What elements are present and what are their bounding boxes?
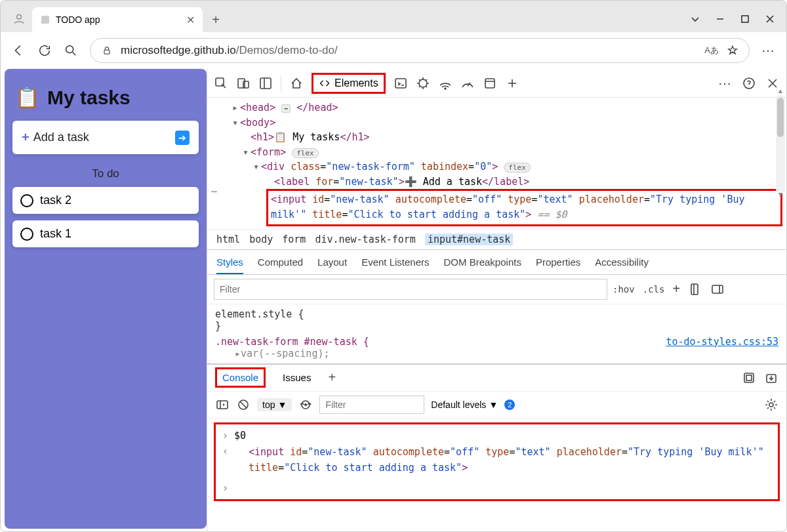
performance-icon[interactable] [460, 76, 475, 91]
task-item[interactable]: task 1 [12, 220, 199, 247]
selected-dom-node[interactable]: <input id="new-task" autocomplete="off" … [266, 189, 782, 226]
tab-favicon-icon [40, 14, 50, 25]
new-tab-button[interactable]: + [203, 7, 229, 32]
devtools-toolbar: Elements ⋯ [207, 69, 786, 98]
svg-point-3 [66, 46, 73, 53]
tab-elements[interactable]: Elements [312, 73, 386, 94]
svg-point-11 [445, 88, 446, 89]
devtools-pane: Elements ⋯ ⋯ ▸<head> ⋯ </head> ▾<body> <… [207, 69, 786, 532]
tab-accessibility[interactable]: Accessibility [595, 256, 649, 268]
console-tab-icon[interactable] [394, 76, 408, 91]
tab-close-icon[interactable]: ✕ [186, 14, 195, 26]
computed-toggle-icon[interactable] [688, 282, 702, 297]
add-task-label: Add a task [33, 131, 89, 144]
task-item[interactable]: task 2 [12, 187, 199, 214]
svg-rect-12 [485, 79, 494, 88]
styles-tabs: Styles Computed Layout Event Listeners D… [207, 249, 786, 275]
devtools-more-icon[interactable]: ⋯ [718, 75, 733, 91]
window-controls [679, 14, 786, 32]
app-title: My tasks [47, 87, 131, 109]
welcome-icon[interactable] [289, 76, 304, 91]
context-selector[interactable]: top ▼ [257, 398, 292, 411]
scroll-down-icon[interactable]: ▼ [777, 191, 784, 198]
favorite-icon[interactable] [725, 43, 740, 58]
help-icon[interactable] [742, 76, 756, 91]
clear-console-icon[interactable] [236, 398, 251, 412]
log-levels-selector[interactable]: Default levels ▼ [431, 399, 498, 410]
tab-console[interactable]: Console [215, 367, 266, 388]
back-button[interactable] [11, 43, 26, 58]
url-input[interactable]: microsoftedge.github.io/Demos/demo-to-do… [90, 38, 750, 63]
svg-rect-19 [217, 401, 228, 409]
task-label: task 1 [40, 227, 71, 241]
refresh-button[interactable] [37, 43, 52, 58]
search-button[interactable] [64, 43, 78, 58]
read-aloud-icon[interactable]: Aあ [704, 45, 719, 56]
browser-tab[interactable]: TODO app ✕ [32, 7, 203, 32]
scroll-up-icon[interactable]: ▲ [777, 87, 784, 94]
todo-app-pane: 📋 My tasks + Add a task ➔ To do task 2 t… [5, 69, 207, 529]
maximize-icon[interactable] [740, 14, 750, 26]
tab-styles[interactable]: Styles [216, 256, 243, 274]
submit-arrow-icon[interactable]: ➔ [175, 131, 190, 145]
add-task-input[interactable]: + Add a task ➔ [12, 121, 199, 154]
inspect-icon[interactable] [214, 76, 228, 91]
styles-rules[interactable]: element.style { } to-do-styles.css:53.ne… [207, 304, 786, 363]
drawer-tabs: Console Issues + [207, 363, 786, 391]
clipboard-icon: 📋 [15, 86, 39, 109]
svg-rect-9 [395, 79, 406, 88]
task-checkbox[interactable] [20, 228, 33, 241]
drawer-add-icon[interactable]: + [328, 370, 336, 385]
styles-filter-input[interactable] [214, 279, 607, 300]
svg-rect-8 [260, 78, 271, 89]
address-bar: microsoftedge.github.io/Demos/demo-to-do… [1, 32, 786, 69]
sidebar-toggle-icon[interactable] [710, 282, 725, 297]
tab-dom-breakpoints[interactable]: DOM Breakpoints [444, 256, 521, 268]
network-icon[interactable] [438, 76, 453, 91]
console-settings-icon[interactable] [764, 398, 778, 412]
tab-issues[interactable]: Issues [277, 369, 316, 386]
profile-button[interactable] [6, 6, 32, 32]
svg-rect-14 [691, 284, 698, 295]
drawer-dock-icon[interactable] [742, 371, 756, 385]
overflow-dots-icon[interactable]: ⋯ [211, 184, 218, 199]
drawer-collapse-icon[interactable] [764, 371, 778, 385]
chevron-down-icon[interactable] [691, 14, 700, 26]
svg-point-0 [17, 14, 22, 19]
sources-icon[interactable] [416, 76, 430, 91]
console-output[interactable]: › $0 ‹ <input id="new-task" autocomplete… [214, 422, 780, 501]
svg-point-23 [769, 403, 773, 407]
svg-rect-16 [744, 373, 754, 382]
issues-badge[interactable]: 2 [504, 399, 515, 410]
tab-layout[interactable]: Layout [317, 256, 347, 268]
cls-toggle[interactable]: .cls [643, 284, 665, 295]
dom-breadcrumb[interactable]: html body form div.new-task-form input#n… [207, 229, 786, 249]
new-style-icon[interactable]: + [672, 281, 680, 297]
tab-properties[interactable]: Properties [536, 256, 580, 268]
device-toggle-icon[interactable] [236, 76, 251, 91]
application-icon[interactable] [483, 76, 497, 91]
more-tabs-icon[interactable] [505, 76, 519, 91]
more-menu-button[interactable]: ⋯ [761, 43, 776, 58]
console-toolbar: top ▼ Default levels ▼ 2 [207, 391, 786, 419]
tab-event-listeners[interactable]: Event Listeners [361, 256, 429, 268]
hov-toggle[interactable]: :hov [613, 284, 635, 295]
console-filter-input[interactable] [319, 396, 424, 414]
console-sidebar-icon[interactable] [215, 398, 230, 412]
tab-computed[interactable]: Computed [258, 256, 303, 268]
svg-rect-17 [746, 375, 752, 380]
css-source-link[interactable]: to-do-styles.css:53 [666, 336, 778, 348]
section-heading: To do [12, 167, 199, 180]
minimize-icon[interactable] [716, 14, 725, 26]
url-domain: microsoftedge.github.io [121, 44, 236, 56]
close-icon[interactable] [765, 14, 775, 26]
svg-point-22 [304, 403, 307, 406]
vertical-scrollbar[interactable] [776, 95, 785, 194]
task-label: task 2 [40, 194, 71, 207]
plus-icon: + [22, 130, 30, 145]
live-expression-icon[interactable] [298, 398, 313, 412]
dock-icon[interactable] [258, 76, 273, 91]
svg-rect-2 [742, 16, 748, 22]
task-checkbox[interactable] [20, 194, 33, 207]
dom-tree[interactable]: ⋯ ▸<head> ⋯ </head> ▾<body> <h1>📋 My tas… [207, 98, 786, 229]
